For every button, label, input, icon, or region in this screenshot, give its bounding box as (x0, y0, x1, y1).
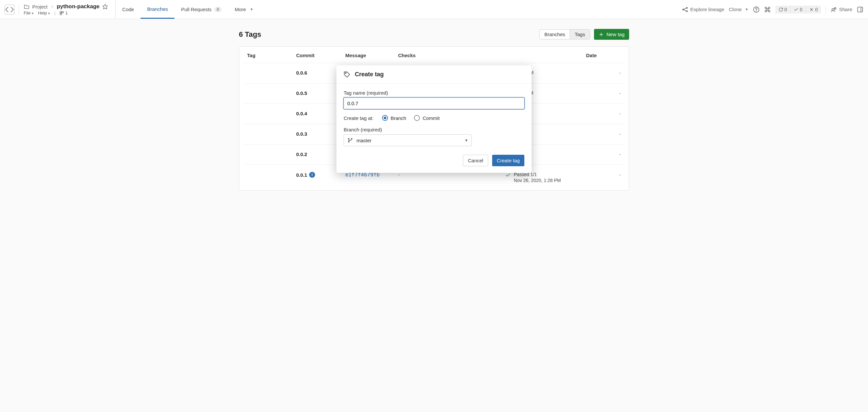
date-cell: - (604, 144, 629, 165)
date-cell: - (604, 83, 629, 103)
code-icon (5, 5, 14, 14)
segment-tags[interactable]: Tags (570, 30, 590, 39)
col-checks: Checks (390, 46, 497, 63)
svg-marker-0 (103, 4, 108, 9)
svg-rect-3 (60, 13, 62, 15)
date-cell: - (604, 124, 629, 144)
branch-select-label: Branch (required) (344, 127, 524, 132)
top-bar: Project python-package File▼ Help▼ | 1 C… (0, 0, 868, 19)
tab-code[interactable]: Code (116, 0, 141, 19)
folder-icon (24, 4, 30, 9)
tag-name[interactable]: 0.0.6 (296, 70, 329, 75)
svg-rect-13 (858, 7, 863, 12)
info-icon[interactable]: i (309, 172, 315, 178)
lineage-icon (682, 6, 688, 13)
tag-name-input[interactable] (344, 98, 524, 109)
status-checks[interactable]: 0 (790, 6, 806, 13)
panel-icon[interactable] (857, 6, 863, 13)
branch-icon (347, 137, 353, 143)
breadcrumb-project[interactable]: Project (32, 4, 48, 9)
chevron-down-icon: ▼ (465, 138, 468, 142)
x-small-icon (809, 7, 814, 12)
branch-select[interactable]: master ▼ (344, 134, 472, 146)
date-cell: - (604, 165, 629, 190)
explore-lineage-button[interactable]: Explore lineage (682, 6, 724, 13)
plus-icon (598, 32, 604, 37)
windows-icon (59, 11, 64, 15)
chevron-right-icon (50, 5, 54, 8)
star-icon[interactable] (102, 4, 108, 9)
tag-icon (344, 71, 351, 78)
col-commit: Commit (288, 46, 337, 63)
help-icon[interactable] (753, 6, 760, 13)
svg-point-17 (345, 73, 346, 73)
tag-name-label: Tag name (required) (344, 90, 524, 96)
create-at-label: Create tag at: (344, 115, 374, 121)
nav-tabs: Code Branches Pull Requests 0 More▼ (115, 0, 260, 19)
share-icon (831, 6, 837, 13)
view-segment: Branches Tags (539, 29, 590, 39)
tag-name[interactable]: 0.0.5 (296, 90, 329, 96)
radio-commit[interactable]: Commit (414, 115, 440, 121)
pr-count-badge: 0 (214, 7, 222, 12)
cancel-button[interactable]: Cancel (463, 155, 488, 166)
radio-branch[interactable]: Branch (382, 115, 406, 121)
share-button[interactable]: Share (831, 6, 852, 13)
modal-title: Create tag (355, 71, 384, 78)
breadcrumb: Project python-package (24, 3, 108, 10)
svg-point-12 (835, 7, 836, 9)
date-cell: - (604, 103, 629, 124)
date-cell: - (604, 63, 629, 83)
app-logo[interactable] (0, 5, 19, 14)
check-icon (505, 172, 510, 178)
tag-name[interactable]: 0.0.4 (296, 111, 329, 116)
status-group: 0 0 0 (775, 6, 821, 13)
col-message: Message (337, 46, 390, 63)
new-tag-button[interactable]: New tag (594, 29, 629, 40)
segment-branches[interactable]: Branches (540, 30, 570, 39)
file-menu[interactable]: File▼ (24, 10, 34, 15)
create-tag-modal: Create tag Tag name (required) Create ta… (336, 65, 532, 173)
tab-more[interactable]: More▼ (228, 0, 260, 19)
open-windows[interactable]: 1 (59, 10, 68, 15)
tag-name[interactable]: 0.0.2 (296, 152, 329, 157)
help-menu[interactable]: Help▼ (38, 10, 51, 15)
status-fails[interactable]: 0 (806, 6, 821, 13)
svg-rect-1 (60, 11, 62, 13)
check-info: Passed 1/1 Nov 26, 2020, 1:28 PM (514, 172, 561, 183)
tab-branches[interactable]: Branches (141, 0, 175, 19)
tag-name[interactable]: 0.0.3 (296, 131, 329, 137)
page-title: 6 Tags (239, 30, 261, 39)
refresh-icon (779, 7, 783, 12)
status-builds[interactable]: 0 (775, 6, 791, 13)
repo-name[interactable]: python-package (57, 3, 99, 10)
svg-rect-2 (62, 11, 64, 13)
col-date: Date (497, 46, 604, 63)
create-tag-submit-button[interactable]: Create tag (492, 155, 524, 166)
col-tag: Tag (239, 46, 288, 63)
command-icon[interactable] (764, 6, 771, 13)
tag-name[interactable]: 0.0.1i (296, 172, 329, 178)
check-small-icon (794, 7, 798, 12)
tab-pull-requests[interactable]: Pull Requests 0 (175, 0, 228, 19)
clone-button[interactable]: Clone▼ (729, 7, 748, 12)
